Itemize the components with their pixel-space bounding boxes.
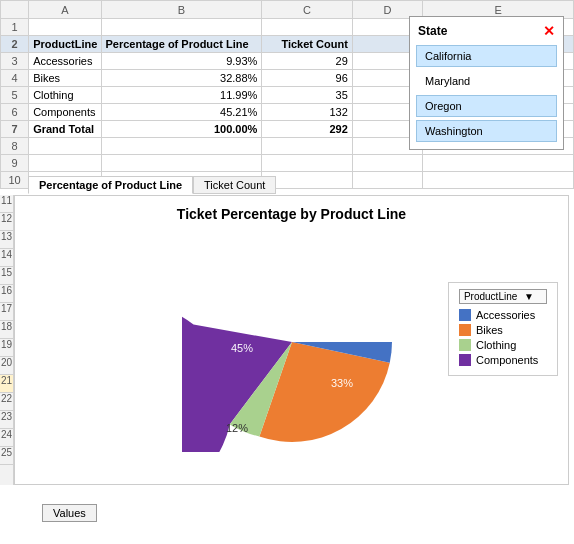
cell-b6[interactable]: 45.21% — [101, 104, 262, 121]
pie-chart: 10% 33% 12% 45% — [182, 232, 402, 452]
tab-percentage[interactable]: Percentage of Product Line — [28, 176, 193, 194]
row-num-23: 23 — [0, 411, 13, 429]
legend-dropdown[interactable]: ProductLine ▼ — [459, 289, 547, 304]
row-num-7: 7 — [1, 121, 29, 138]
cell-a9[interactable] — [29, 155, 101, 172]
legend-color-components — [459, 354, 471, 366]
chart-content: 10% 33% 12% 45% ProductLine ▼ Accessorie… — [15, 227, 568, 457]
filter-item-maryland[interactable]: Maryland — [416, 70, 557, 92]
pie-label-clothing: 12% — [225, 422, 247, 434]
legend-color-accessories — [459, 309, 471, 321]
cell-b5[interactable]: 11.99% — [101, 87, 262, 104]
filter-close-button[interactable]: ✕ — [543, 23, 555, 39]
col-header-a[interactable]: A — [29, 1, 101, 19]
row-num-20: 20 — [0, 357, 13, 375]
cell-c5[interactable]: 35 — [262, 87, 352, 104]
corner-cell — [1, 1, 29, 19]
legend-color-bikes — [459, 324, 471, 336]
cell-b9[interactable] — [101, 155, 262, 172]
row-num-11: 11 — [0, 195, 13, 213]
filter-panel-title: State — [418, 24, 447, 38]
legend-item-components: Components — [459, 354, 547, 366]
pie-label-accessories: 10% — [320, 277, 342, 289]
cell-c9[interactable] — [262, 155, 352, 172]
legend-item-bikes: Bikes — [459, 324, 547, 336]
row-num-8: 8 — [1, 138, 29, 155]
row-num-15: 15 — [0, 267, 13, 285]
row-num-4: 4 — [1, 70, 29, 87]
pie-label-bikes: 33% — [330, 377, 352, 389]
cell-c3[interactable]: 29 — [262, 53, 352, 70]
pie-label-components: 45% — [230, 342, 252, 354]
cell-b1[interactable] — [101, 19, 262, 36]
cell-c2[interactable]: Ticket Count — [262, 36, 352, 53]
filter-item-oregon[interactable]: Oregon — [416, 95, 557, 117]
tab-ticket-count[interactable]: Ticket Count — [193, 176, 276, 194]
cell-d9[interactable] — [352, 155, 422, 172]
cell-c8[interactable] — [262, 138, 352, 155]
legend-dropdown-icon: ▼ — [524, 291, 534, 302]
row-num-10: 10 — [1, 172, 29, 189]
cell-a3[interactable]: Accessories — [29, 53, 101, 70]
legend-label-bikes: Bikes — [476, 324, 503, 336]
filter-item-washington[interactable]: Washington — [416, 120, 557, 142]
filter-item-california[interactable]: California — [416, 45, 557, 67]
row-num-2: 2 — [1, 36, 29, 53]
row-num-17: 17 — [0, 303, 13, 321]
cell-b4[interactable]: 32.88% — [101, 70, 262, 87]
cell-e9[interactable] — [423, 155, 574, 172]
col-header-b[interactable]: B — [101, 1, 262, 19]
cell-c4[interactable]: 96 — [262, 70, 352, 87]
row-num-5: 5 — [1, 87, 29, 104]
legend-item-accessories: Accessories — [459, 309, 547, 321]
row-num-sidebar: 11 12 13 14 15 16 17 18 19 20 21 22 23 2… — [0, 195, 14, 485]
row-num-21: 21 — [0, 375, 13, 393]
legend-label-components: Components — [476, 354, 538, 366]
cell-a5[interactable]: Clothing — [29, 87, 101, 104]
chart-legend: ProductLine ▼ Accessories Bikes Clothing — [448, 282, 558, 376]
row-num-16: 16 — [0, 285, 13, 303]
row-num-6: 6 — [1, 104, 29, 121]
cell-d10[interactable] — [352, 172, 422, 189]
legend-label-clothing: Clothing — [476, 339, 516, 351]
row-num-1: 1 — [1, 19, 29, 36]
row-num-24: 24 — [0, 429, 13, 447]
row-num-19: 19 — [0, 339, 13, 357]
filter-title-row: State ✕ — [414, 21, 559, 41]
cell-b3[interactable]: 9.93% — [101, 53, 262, 70]
row-num-25: 25 — [0, 447, 13, 465]
legend-title-label: ProductLine — [464, 291, 517, 302]
cell-a4[interactable]: Bikes — [29, 70, 101, 87]
row-num-9: 9 — [1, 155, 29, 172]
legend-label-accessories: Accessories — [476, 309, 535, 321]
chart-area: Ticket Percentage by Product Line 10% 33… — [14, 195, 569, 485]
row-num-3: 3 — [1, 53, 29, 70]
cell-a8[interactable] — [29, 138, 101, 155]
row-num-18: 18 — [0, 321, 13, 339]
cell-c6[interactable]: 132 — [262, 104, 352, 121]
row-num-14: 14 — [0, 249, 13, 267]
col-header-c[interactable]: C — [262, 1, 352, 19]
legend-color-clothing — [459, 339, 471, 351]
cell-b7[interactable]: 100.00% — [101, 121, 262, 138]
chart-tabs: Percentage of Product Line Ticket Count — [28, 176, 276, 194]
cell-b8[interactable] — [101, 138, 262, 155]
state-filter-panel: State ✕ California Maryland Oregon Washi… — [409, 16, 564, 150]
row-num-22: 22 — [0, 393, 13, 411]
productline-label: ProductLine — [33, 38, 97, 50]
cell-b2[interactable]: Percentage of Product Line — [101, 36, 262, 53]
cell-e10[interactable] — [423, 172, 574, 189]
row-num-13: 13 — [0, 231, 13, 249]
cell-a7[interactable]: Grand Total — [29, 121, 101, 138]
chart-title: Ticket Percentage by Product Line — [15, 206, 568, 222]
values-button[interactable]: Values — [42, 504, 97, 522]
row-num-12: 12 — [0, 213, 13, 231]
cell-c7[interactable]: 292 — [262, 121, 352, 138]
cell-a1[interactable] — [29, 19, 101, 36]
cell-a2[interactable]: ProductLine ▼ — [29, 36, 101, 53]
cell-a6[interactable]: Components — [29, 104, 101, 121]
legend-item-clothing: Clothing — [459, 339, 547, 351]
cell-c1[interactable] — [262, 19, 352, 36]
legend-title-row: ProductLine ▼ — [459, 289, 547, 304]
